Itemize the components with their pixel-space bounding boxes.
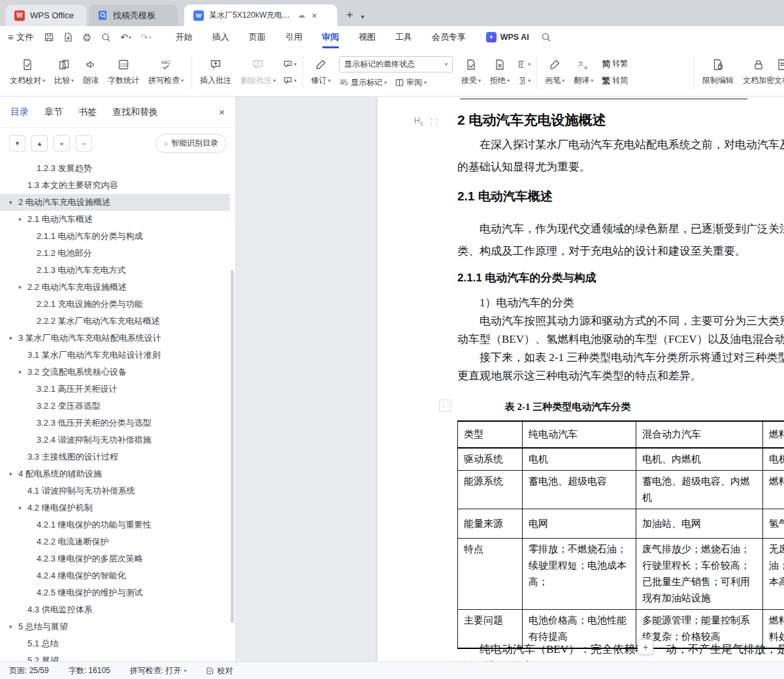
- save-icon[interactable]: [44, 32, 54, 42]
- word-count-indicator[interactable]: 字数: 16105: [69, 665, 110, 676]
- document-page[interactable]: H1 ⋮⋮ 2 电动汽车充电设施概述 在深入探讨某水厂电动汽车充电站配电系统之前…: [378, 97, 784, 662]
- show-markup-button[interactable]: 显示标记▾: [339, 77, 387, 88]
- toc-item[interactable]: ▾2.2 电动汽车充电设施概述: [0, 279, 230, 296]
- quick-insert-button[interactable]: +: [638, 639, 653, 655]
- toc-item[interactable]: 5.2 展望: [0, 652, 230, 662]
- smart-toc-button[interactable]: ○ 智能识别目录: [155, 134, 226, 153]
- to-traditional-button[interactable]: 简 转繁: [602, 58, 628, 70]
- review-pane-button[interactable]: 审阅▾: [395, 77, 427, 88]
- track-changes-button[interactable]: 修订▾: [306, 52, 335, 93]
- toc-expand-icon[interactable]: ▾: [9, 335, 18, 341]
- print-icon[interactable]: [82, 32, 92, 42]
- toc-item[interactable]: 4.1 谐波抑制与无功补偿系统: [0, 482, 230, 499]
- toc-item[interactable]: 3.2.2 变压器选型: [0, 398, 230, 415]
- file-menu-button[interactable]: ≡ 文件: [8, 31, 33, 43]
- spell-check-button[interactable]: ABC 拼写检查▾: [144, 52, 188, 93]
- toc-expand-icon[interactable]: ▾: [18, 284, 27, 291]
- to-simplified-button[interactable]: 繁 转简: [602, 75, 628, 87]
- reject-change-button[interactable]: 拒绝▾: [485, 52, 514, 93]
- toc-item[interactable]: 3.3 主接线图的设计过程: [0, 449, 230, 466]
- toc-item[interactable]: 2.1.1 电动汽车的分类与构成: [0, 228, 230, 245]
- toc-item[interactable]: 1.2.3 发展趋势: [0, 160, 230, 177]
- toc-expand-icon[interactable]: ▾: [9, 199, 18, 206]
- doc-table[interactable]: 类型纯电动汽车混合动力汽车燃料电池电驱动系统电机电机、内燃机电机能源系统蓄电池、…: [457, 420, 784, 649]
- translate-button[interactable]: 文A 翻译▾: [569, 52, 598, 93]
- table-handle-icon[interactable]: ⋮⋮: [439, 400, 451, 412]
- menu-item[interactable]: 插入: [203, 26, 239, 48]
- tab-chapter[interactable]: 章节: [44, 106, 63, 118]
- word-count-button[interactable]: 123 字数统计: [103, 52, 144, 93]
- export-pdf-icon[interactable]: [63, 32, 73, 42]
- wps-home-tab[interactable]: W WPS Office: [5, 5, 86, 26]
- new-tab-button[interactable]: +: [346, 8, 353, 22]
- menu-item[interactable]: 视图: [349, 26, 385, 48]
- drag-handle-icon[interactable]: ⋮⋮: [428, 118, 438, 126]
- tab-toc[interactable]: 目录: [10, 106, 29, 118]
- undo-button[interactable]: ↶▾: [120, 32, 131, 42]
- close-tab-icon[interactable]: ×: [312, 10, 317, 21]
- toc-item[interactable]: ▾3 某水厂电动汽车充电站配电系统设计: [0, 330, 230, 347]
- toc-expand-icon[interactable]: ▾: [9, 471, 18, 477]
- tab-find-replace[interactable]: 查找和替换: [112, 106, 158, 118]
- doc-permission-button[interactable]: 文档: [770, 52, 784, 92]
- toc-item[interactable]: 4.2.5 继电保护的维护与测试: [0, 584, 230, 601]
- toc-item[interactable]: 3.2.3 低压开关柜的分类与选型: [0, 415, 230, 432]
- collapse-all-button[interactable]: ▾: [9, 135, 25, 151]
- toc-item[interactable]: 1.3 本文的主要研究内容: [0, 177, 230, 194]
- redo-button[interactable]: ↷▾: [140, 32, 152, 42]
- toc-item[interactable]: ▾4.2 继电保护机制: [0, 499, 230, 516]
- previous-revision-button[interactable]: ▾: [517, 59, 531, 69]
- toc-item[interactable]: 2.1.3 电动汽车充电方式: [0, 262, 230, 279]
- toc-item[interactable]: 4.2.3 继电保护的多层次策略: [0, 550, 230, 567]
- toc-item[interactable]: 4.2.2 电流速断保护: [0, 533, 230, 550]
- page-indicator[interactable]: 页面: 25/59: [9, 665, 49, 676]
- next-comment-button[interactable]: ▾: [283, 76, 297, 86]
- collapse-level-button[interactable]: −: [76, 135, 92, 151]
- toc-item[interactable]: 3.2.1 高压开关柜设计: [0, 381, 230, 398]
- search-icon[interactable]: [541, 32, 551, 42]
- toc-item[interactable]: 4.2.4 继电保护的智能化: [0, 567, 230, 584]
- menu-item[interactable]: 引用: [276, 26, 312, 48]
- menu-item[interactable]: 会员专享: [422, 26, 476, 48]
- accept-change-button[interactable]: 接受▾: [457, 52, 485, 93]
- menu-item[interactable]: 工具: [385, 26, 422, 48]
- toc-item[interactable]: 2.1.2 电池部分: [0, 245, 230, 262]
- toc-item[interactable]: 2.2.1 充电设施的分类与功能: [0, 296, 230, 313]
- tab-bookmark[interactable]: 书签: [78, 106, 97, 118]
- expand-level-button[interactable]: +: [54, 135, 70, 151]
- expand-all-button[interactable]: ▴: [31, 135, 48, 151]
- markup-state-select[interactable]: 显示标记的最终状态▾: [339, 56, 453, 72]
- toc-item[interactable]: ▾2 电动汽车充电设施概述: [0, 194, 230, 211]
- toc-item[interactable]: ▾4 配电系统的辅助设施: [0, 466, 230, 482]
- toc-item[interactable]: ▾3.2 交流配电系统核心设备: [0, 364, 230, 381]
- tab-list-dropdown-icon[interactable]: ▾: [361, 13, 365, 20]
- toc-item[interactable]: 4.3 供电监控体系: [0, 601, 230, 618]
- toc-item[interactable]: ▾2.1 电动汽车概述: [0, 211, 230, 228]
- previous-comment-button[interactable]: ▾: [283, 59, 297, 69]
- toc-item[interactable]: 5.1 总结: [0, 635, 230, 652]
- sidebar-scrollbar[interactable]: [231, 270, 234, 623]
- menu-item[interactable]: 审阅: [312, 26, 349, 48]
- insert-comment-button[interactable]: 插入批注: [195, 52, 236, 93]
- toc-item[interactable]: ▾5 总结与展望: [0, 618, 230, 635]
- toc-item[interactable]: 3.2.4 谐波抑制与无功补偿措施: [0, 432, 230, 449]
- toc-item[interactable]: 2.2.2 某水厂电动汽车充电站概述: [0, 313, 230, 330]
- read-aloud-button[interactable]: 朗读: [78, 52, 103, 93]
- close-pane-icon[interactable]: ×: [219, 106, 225, 118]
- toc-expand-icon[interactable]: ▾: [18, 216, 27, 223]
- toc-expand-icon[interactable]: ▾: [18, 369, 27, 375]
- menu-item[interactable]: 页面: [239, 26, 276, 48]
- document-tab[interactable]: W 某水厂5X120kW充电站设计 ☁ ×: [184, 5, 337, 26]
- doc-proofing-button[interactable]: 文档校对▾: [5, 52, 50, 93]
- compare-button[interactable]: 比较▾: [50, 52, 78, 93]
- wps-ai-button[interactable]: ✦ WPS AI: [486, 32, 529, 42]
- toc-item[interactable]: 3.1 某水厂电动汽车充电站设计准则: [0, 347, 230, 364]
- next-revision-button[interactable]: ▾: [517, 76, 531, 86]
- proofing-button[interactable]: 校对: [206, 665, 233, 676]
- toc-item[interactable]: 4.2.1 继电保护的功能与重要性: [0, 516, 230, 533]
- toc-expand-icon[interactable]: ▾: [18, 505, 27, 511]
- print-preview-icon[interactable]: [101, 32, 111, 42]
- menu-item[interactable]: 开始: [166, 26, 203, 48]
- ink-pen-button[interactable]: 画笔▾: [540, 52, 569, 93]
- toc-expand-icon[interactable]: ▾: [9, 624, 18, 630]
